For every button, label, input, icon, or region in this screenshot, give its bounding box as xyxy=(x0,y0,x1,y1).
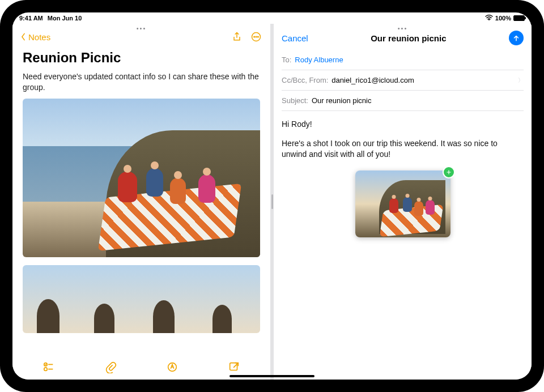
checklist-icon xyxy=(42,361,55,373)
chevron-right-icon: 〉 xyxy=(518,76,524,84)
multitask-control-right[interactable]: ••• xyxy=(398,25,408,32)
status-time: 9:41 AM xyxy=(19,15,43,22)
subject-field[interactable]: Subject: Our reunion picnic xyxy=(282,91,524,111)
to-label: To: xyxy=(282,56,291,64)
share-icon xyxy=(231,31,243,42)
more-button[interactable] xyxy=(249,29,264,44)
mail-body-text: Here's a shot I took on our trip this we… xyxy=(282,138,524,160)
note-title[interactable]: Reunion Picnic xyxy=(23,50,260,66)
svg-point-2 xyxy=(254,36,255,37)
dragged-attachment[interactable] xyxy=(355,171,450,237)
ccbcc-from-field[interactable]: Cc/Bcc, From: daniel_rico1@icloud.com 〉 xyxy=(282,70,524,91)
svg-point-4 xyxy=(258,36,259,37)
screen: 9:41 AM Mon Jun 10 100% ••• Notes xyxy=(12,12,532,380)
svg-point-7 xyxy=(44,368,48,371)
to-field[interactable]: To: Rody Albuerne xyxy=(282,50,524,70)
attachment-icon xyxy=(104,361,117,373)
svg-rect-10 xyxy=(230,363,237,370)
markup-icon xyxy=(166,361,178,373)
back-label: Notes xyxy=(28,32,50,42)
subject-label: Subject: xyxy=(282,96,308,105)
notes-app-pane: ••• Notes Reunion Picnic xyxy=(12,24,270,380)
note-photo-2[interactable] xyxy=(23,265,260,333)
multitask-control-left[interactable]: ••• xyxy=(137,25,147,32)
home-indicator[interactable] xyxy=(230,375,314,377)
notes-body: Reunion Picnic Need everyone's updated c… xyxy=(12,46,270,355)
markup-button[interactable] xyxy=(165,360,180,374)
note-text[interactable]: Need everyone's updated contact info so … xyxy=(23,71,260,93)
status-bar: 9:41 AM Mon Jun 10 100% xyxy=(12,12,532,24)
to-value[interactable]: Rody Albuerne xyxy=(295,56,343,64)
wifi-icon xyxy=(485,14,493,22)
mail-title: Our reunion picnic xyxy=(308,33,509,43)
divider-handle-icon xyxy=(271,194,273,209)
compose-button[interactable] xyxy=(227,360,241,374)
plus-icon xyxy=(445,169,452,176)
subject-value[interactable]: Our reunion picnic xyxy=(312,96,372,105)
add-badge xyxy=(443,166,455,178)
share-button[interactable] xyxy=(230,29,244,44)
svg-point-3 xyxy=(256,36,257,37)
back-button[interactable]: Notes xyxy=(19,32,50,42)
cancel-button[interactable]: Cancel xyxy=(282,33,308,43)
ipad-frame: 9:41 AM Mon Jun 10 100% ••• Notes xyxy=(0,0,544,392)
svg-point-0 xyxy=(488,19,490,20)
from-value: daniel_rico1@icloud.com xyxy=(332,76,414,84)
chevron-left-icon xyxy=(19,33,27,41)
mail-fields: To: Rody Albuerne Cc/Bcc, From: daniel_r… xyxy=(274,50,532,111)
battery-icon xyxy=(513,15,525,21)
arrow-up-icon xyxy=(512,34,520,42)
note-photo-1[interactable] xyxy=(23,99,260,257)
compose-icon xyxy=(228,361,240,373)
mail-greeting: Hi Rody! xyxy=(282,119,524,130)
mail-compose-pane: ••• Cancel Our reunion picnic To: Rody A… xyxy=(274,24,532,380)
split-view: ••• Notes Reunion Picnic xyxy=(12,24,532,380)
ccbcc-label: Cc/Bcc, From: xyxy=(282,76,328,84)
more-icon xyxy=(250,31,262,42)
battery-percent: 100% xyxy=(495,15,511,22)
mail-body[interactable]: Hi Rody! Here's a shot I took on our tri… xyxy=(274,111,532,245)
send-button[interactable] xyxy=(509,31,524,45)
status-date: Mon Jun 10 xyxy=(48,15,82,22)
attachment-button[interactable] xyxy=(103,360,118,374)
checklist-button[interactable] xyxy=(41,360,56,374)
